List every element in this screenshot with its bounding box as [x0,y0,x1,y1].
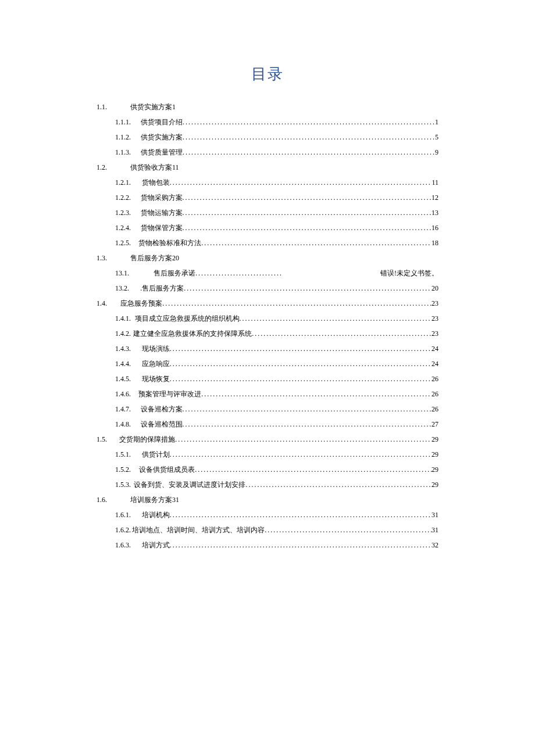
toc-entry[interactable]: 1.6.培训服务方案31 [97,492,438,507]
toc-entry-number: 1.3. [97,250,130,266]
toc-entry-label: 现场演练 [142,341,170,356]
toc-entry-label: 培训服务方案31 [130,492,179,507]
toc-entry-number: 1.4.2. [115,326,133,341]
toc-entry-page: 29 [431,432,438,447]
toc-entry-number: 1.5. [97,432,119,447]
toc-entry-label: 供货验收方案11 [130,160,179,175]
toc-leader-dots [183,417,431,432]
toc-entry[interactable]: 1.4.8.设备巡检范围27 [115,417,438,432]
toc-entry[interactable]: 1.2.2.货物采购方案12 [115,190,438,205]
toc-entry[interactable]: 1.4.应急服务预案23 [97,296,438,311]
toc-entry-number: 1.6. [97,492,130,507]
toc-leader-dots [170,538,431,553]
toc-entry-page: 26 [431,402,438,417]
toc-entry-number: 1.1. [97,99,130,114]
toc-entry-number: 1.4.1. [115,311,135,326]
toc-leader-dots [183,130,435,145]
toc-entry[interactable]: 1.2.1.货物包装11 [115,175,438,190]
toc-entry-label: 应急响应 [142,356,170,371]
toc-entry[interactable]: 1.2.3.货物运输方案13 [115,205,438,220]
toc-entry[interactable]: 1.6.3.培训方式32 [115,538,438,553]
toc-entry-page: 20 [431,281,438,296]
toc-entry[interactable]: 1.4.5.现场恢复26 [115,371,438,386]
toc-container: 1.1.供货实施方案11.1.1.供货项目介绍11.1.2.供货实施方案51.1… [97,99,438,553]
toc-entry-number: 1.4.3. [115,341,142,356]
toc-entry-number: 1.6.2. [115,522,132,538]
toc-entry-page: 5 [435,130,438,145]
toc-entry-number: 1.4.8. [115,417,141,432]
toc-title: 目录 [97,64,438,84]
toc-entry-number: 1.2.2. [115,190,141,205]
toc-leader-dots [184,281,431,296]
toc-entry-label: 培训方式 [142,538,170,553]
toc-entry[interactable]: 1.1.1.供货项目介绍1 [115,114,438,130]
toc-leader-dots [201,386,431,402]
toc-entry[interactable]: 1.4.1.项目成立应急救援系统的组织机构23 [115,311,438,326]
toc-leader-dots [170,507,431,522]
toc-entry-number: 1.6.3. [115,538,142,553]
toc-leader-dots [183,220,431,235]
toc-entry-page: 32 [431,538,438,553]
toc-entry-label: 货物检验标准和方法 [138,235,201,250]
toc-leader-dots [195,462,431,477]
toc-leader-dots [245,477,431,492]
toc-entry-number: 1.1.3. [115,145,141,160]
toc-entry-number: 1.5.3. [115,477,134,492]
toc-leader-dots [170,447,431,462]
toc-entry[interactable]: 1.1.供货实施方案1 [97,99,438,114]
toc-entry-page: 23 [431,296,438,311]
toc-entry[interactable]: 1.1.2.供货实施方案5 [115,130,438,145]
toc-entry[interactable]: 1.2.5.货物检验标准和方法18 [115,235,438,250]
toc-entry-page: 9 [435,145,438,160]
toc-leader-dots [170,356,431,371]
toc-entry[interactable]: 1.2.4.货物保管方案16 [115,220,438,235]
toc-entry-number: 1.1.2. [115,130,141,145]
toc-entry-page: 29 [431,477,438,492]
toc-entry[interactable]: 1.1.3.供货质量管理9 [115,145,438,160]
toc-entry-label: 供货实施方案1 [130,99,176,114]
toc-entry-label: 售后服务方案20 [130,250,179,266]
toc-error-text: 错误!未定义书签。 [380,266,438,281]
toc-entry-page: 12 [431,190,438,205]
toc-entry-page: 18 [431,235,438,250]
toc-entry-number: 1.5.2. [115,462,139,477]
toc-leader-dots [170,175,432,190]
toc-entry[interactable]: 1.5.1.供货计划29 [115,447,438,462]
toc-entry-label: 培训地点、培训时间、培训方式、培训内容 [132,522,265,538]
toc-entry-page: 24 [431,341,438,356]
toc-leader-dots: .............................. [195,266,380,281]
toc-entry[interactable]: 1.4.4.应急响应24 [115,356,438,371]
toc-leader-dots [183,114,435,130]
toc-entry[interactable]: 1.4.3.现场演练24 [115,341,438,356]
toc-entry[interactable]: 1.4.2.建立健全应急救援体系的支持保障系统23 [115,326,438,341]
toc-entry-label: 供货计划 [142,447,170,462]
toc-entry-page: 24 [431,356,438,371]
toc-leader-dots [252,326,431,341]
toc-entry[interactable]: 1.6.2.培训地点、培训时间、培训方式、培训内容31 [115,522,438,538]
toc-entry[interactable]: 13.2..售后服务方案20 [115,281,438,296]
toc-leader-dots [183,205,431,220]
toc-entry[interactable]: 1.4.7.设备巡检方案26 [115,402,438,417]
toc-entry[interactable]: 1.3.售后服务方案20 [97,250,438,266]
toc-entry-page: 31 [431,522,438,538]
toc-entry[interactable]: 1.6.1.培训机构31 [115,507,438,522]
toc-entry-number: 1.6.1. [115,507,142,522]
toc-leader-dots [162,296,431,311]
toc-entry[interactable]: 1.5.3.设备到货、安装及调试进度计划安排29 [115,477,438,492]
toc-entry-page: 26 [431,371,438,386]
toc-entry-page: 11 [431,175,438,190]
toc-entry-label: 货物保管方案 [141,220,183,235]
toc-leader-dots [240,311,431,326]
toc-entry[interactable]: 1.5.交货期的保障措施29 [97,432,438,447]
toc-leader-dots [265,522,431,538]
toc-entry-label: .售后服务方案 [140,281,184,296]
toc-entry-label: 建立健全应急救援体系的支持保障系统 [133,326,252,341]
toc-entry[interactable]: 1.5.2.设备供货组成员表29 [115,462,438,477]
toc-entry[interactable]: 1.2.供货验收方案11 [97,160,438,175]
toc-entry-label: 设备巡检方案 [141,402,183,417]
toc-entry[interactable]: 1.4.6.预案管理与评审改进26 [115,386,438,402]
toc-entry-number: 1.2.5. [115,235,138,250]
toc-entry-page: 26 [431,386,438,402]
toc-entry[interactable]: 13.1.售后服务承诺.............................… [115,266,438,281]
toc-entry-label: 供货项目介绍 [141,114,183,130]
